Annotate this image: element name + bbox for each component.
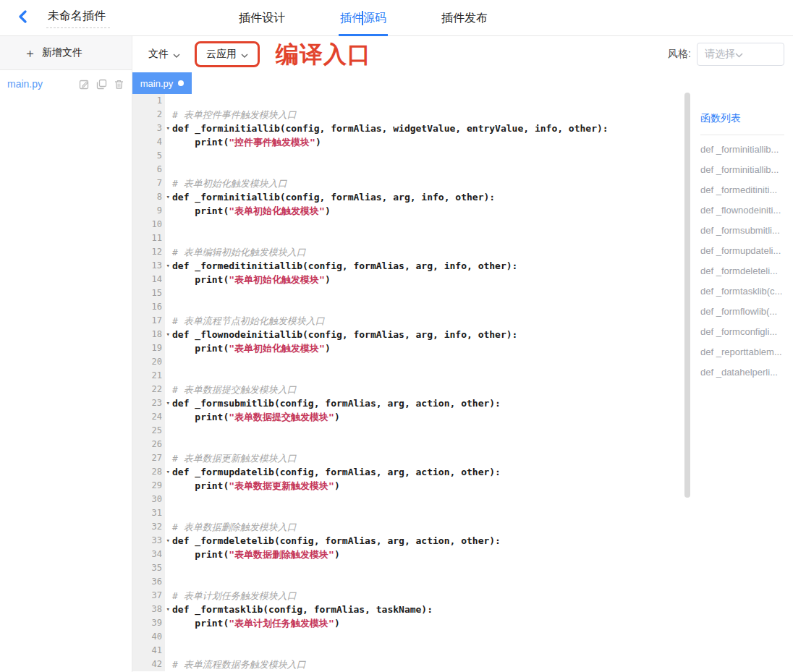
code-line[interactable]: 37# 表单计划任务触发模块入口 bbox=[132, 589, 683, 603]
file-actions bbox=[79, 79, 124, 90]
code-line[interactable]: 24 print("表单数据提交触发模块") bbox=[132, 410, 683, 424]
function-list-item[interactable]: def _forminitiallib... bbox=[700, 160, 787, 180]
function-list-item[interactable]: def _formconfigli... bbox=[700, 322, 787, 342]
fold-arrow-icon[interactable]: ▾ bbox=[166, 396, 170, 410]
tab-plugin-source[interactable]: 插件源码 bbox=[340, 0, 386, 36]
function-list-panel: 函数列表 def _forminitiallib...def _forminit… bbox=[692, 72, 793, 672]
fold-arrow-icon[interactable]: ▾ bbox=[166, 259, 170, 273]
function-list-item[interactable]: def _flownodeiniti... bbox=[700, 200, 787, 221]
code-line[interactable]: 42# 表单流程数据务触发模块入口 bbox=[132, 658, 683, 671]
tab-plugin-publish[interactable]: 插件发布 bbox=[441, 0, 488, 36]
line-number: 28▾ bbox=[132, 465, 165, 479]
tab-plugin-design[interactable]: 插件设计 bbox=[239, 0, 285, 36]
editor-scrollbar bbox=[683, 72, 692, 672]
code-line[interactable]: 11 bbox=[132, 231, 683, 245]
code-line[interactable]: 13▾def _formeditinitiallib(config, formA… bbox=[132, 259, 683, 273]
line-number: 20 bbox=[132, 355, 165, 369]
code-text: print("控件事件触发模块") bbox=[165, 135, 321, 149]
code-line[interactable]: 29 print("表单数据更新触发模块") bbox=[132, 479, 683, 493]
code-line[interactable]: 27# 表单数据更新触发模块入口 bbox=[132, 451, 683, 465]
fold-arrow-icon[interactable]: ▾ bbox=[166, 534, 170, 548]
code-line[interactable]: 5 bbox=[132, 149, 683, 163]
code-line[interactable]: 31 bbox=[132, 506, 683, 520]
code-line[interactable]: 23▾def _formsubmitlib(config, formAlias,… bbox=[132, 396, 683, 410]
code-line[interactable]: 21 bbox=[132, 369, 683, 383]
code-line[interactable]: 2# 表单控件事件触发模块入口 bbox=[132, 108, 683, 122]
function-list-item[interactable]: def _reporttablem... bbox=[700, 342, 787, 362]
editor-tab-mainpy[interactable]: main.py bbox=[132, 72, 192, 94]
function-list-item[interactable]: def _formsubmitli... bbox=[700, 221, 787, 241]
code-text bbox=[165, 149, 172, 163]
trash-icon[interactable] bbox=[114, 79, 124, 90]
code-line[interactable]: 3▾def _forminitiallib(config, formAlias,… bbox=[132, 122, 683, 135]
code-line[interactable]: 38▾def _formtasklib(config, formAlias, t… bbox=[132, 603, 683, 616]
function-list-item[interactable]: def _datahelperli... bbox=[700, 362, 787, 383]
chevron-down-icon bbox=[735, 48, 743, 61]
code-line[interactable]: 39 print("表单计划任务触发模块") bbox=[132, 616, 683, 630]
code-line[interactable]: 41 bbox=[132, 644, 683, 658]
code-line[interactable]: 28▾def _formupdatelib(config, formAlias,… bbox=[132, 465, 683, 479]
style-select[interactable]: 请选择 bbox=[697, 43, 784, 66]
code-line[interactable]: 22# 表单数据提交触发模块入口 bbox=[132, 383, 683, 396]
code-line[interactable]: 9 print("表单初始化触发模块") bbox=[132, 204, 683, 218]
code-line[interactable]: 8▾def _forminitiallib(config, formAlias,… bbox=[132, 190, 683, 204]
code-line[interactable]: 30 bbox=[132, 493, 683, 506]
code-text bbox=[165, 218, 172, 231]
code-line[interactable]: 34 print("表单数据删除触发模块") bbox=[132, 548, 683, 561]
code-line[interactable]: 10 bbox=[132, 218, 683, 231]
code-line[interactable]: 36 bbox=[132, 575, 683, 589]
back-button[interactable] bbox=[13, 8, 33, 28]
chevron-down-icon bbox=[173, 48, 180, 60]
code-editor: main.py 12# 表单控件事件触发模块入口3▾def _forminiti… bbox=[132, 72, 683, 672]
file-name[interactable]: main.py bbox=[7, 78, 43, 90]
line-number: 39 bbox=[132, 616, 165, 630]
code-line[interactable]: 6 bbox=[132, 163, 683, 176]
code-line[interactable]: 25 bbox=[132, 424, 683, 438]
code-line[interactable]: 26 bbox=[132, 438, 683, 451]
code-text: def _formeditinitiallib(config, formAlia… bbox=[165, 259, 517, 273]
scrollbar-thumb[interactable] bbox=[684, 93, 690, 498]
code-line[interactable]: 35 bbox=[132, 561, 683, 575]
code-text bbox=[165, 369, 172, 383]
code-line[interactable]: 17# 表单流程节点初始化触发模块入口 bbox=[132, 314, 683, 328]
fold-arrow-icon[interactable]: ▾ bbox=[166, 190, 170, 204]
edit-icon[interactable] bbox=[79, 79, 90, 90]
file-list-item[interactable]: main.py bbox=[0, 70, 132, 98]
code-line[interactable]: 19 print("表单初始化触发模块") bbox=[132, 341, 683, 355]
function-list-item[interactable]: def _formdeleteli... bbox=[700, 261, 787, 281]
copy-icon[interactable] bbox=[96, 79, 107, 90]
fold-arrow-icon[interactable]: ▾ bbox=[166, 465, 170, 479]
line-number: 40 bbox=[132, 630, 165, 644]
code-line[interactable]: 1 bbox=[132, 94, 683, 108]
code-text: # 表单编辑初始化触发模块入口 bbox=[165, 245, 306, 259]
code-line[interactable]: 18▾def _flownodeinitiallib(config, formA… bbox=[132, 328, 683, 341]
code-line[interactable]: 16 bbox=[132, 300, 683, 314]
function-list-item[interactable]: def _formeditiniti... bbox=[700, 180, 787, 200]
fold-arrow-icon[interactable]: ▾ bbox=[166, 122, 170, 135]
function-list-item[interactable]: def _formupdateli... bbox=[700, 241, 787, 261]
code-line[interactable]: 4 print("控件事件触发模块") bbox=[132, 135, 683, 149]
code-area[interactable]: 12# 表单控件事件触发模块入口3▾def _forminitiallib(co… bbox=[132, 94, 683, 672]
cloud-app-dropdown[interactable]: 云应用 bbox=[206, 48, 248, 61]
code-line[interactable]: 20 bbox=[132, 355, 683, 369]
function-list-item[interactable]: def _formflowlib(... bbox=[700, 302, 787, 322]
line-number: 13▾ bbox=[132, 259, 165, 273]
fold-arrow-icon[interactable]: ▾ bbox=[166, 603, 170, 616]
tab-label: 插件源码 bbox=[340, 11, 386, 26]
add-file-button[interactable]: ＋ 新增文件 bbox=[0, 36, 132, 70]
file-menu-dropdown[interactable]: 文件 bbox=[148, 48, 180, 61]
line-number: 34 bbox=[132, 548, 165, 561]
function-list-item[interactable]: def _formtasklib(c... bbox=[700, 281, 787, 302]
line-number: 2 bbox=[132, 108, 165, 122]
code-line[interactable]: 15 bbox=[132, 286, 683, 300]
code-line[interactable]: 12# 表单编辑初始化触发模块入口 bbox=[132, 245, 683, 259]
code-line[interactable]: 14 print("表单初始化触发模块") bbox=[132, 273, 683, 286]
code-line[interactable]: 32# 表单数据删除触发模块入口 bbox=[132, 520, 683, 534]
code-line[interactable]: 40 bbox=[132, 630, 683, 644]
code-line[interactable]: 33▾def _formdeletelib(config, formAlias,… bbox=[132, 534, 683, 548]
page-title[interactable]: 未命名插件 bbox=[46, 7, 110, 28]
function-list-item[interactable]: def _forminitiallib... bbox=[700, 140, 787, 160]
code-line[interactable]: 7# 表单初始化触发模块入口 bbox=[132, 176, 683, 190]
style-select-value: 请选择 bbox=[705, 48, 735, 61]
fold-arrow-icon[interactable]: ▾ bbox=[166, 328, 170, 341]
